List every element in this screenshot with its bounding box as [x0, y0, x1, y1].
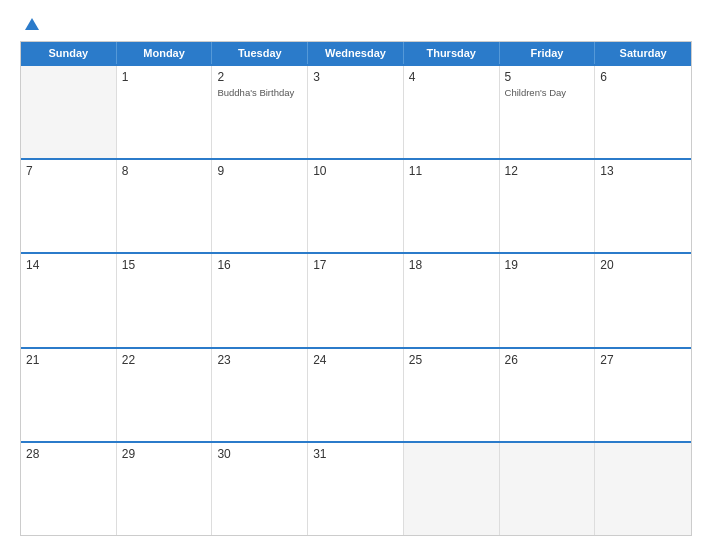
calendar-cell: 6	[595, 66, 691, 158]
day-of-week-header: Thursday	[404, 42, 500, 64]
calendar-cell: 17	[308, 254, 404, 346]
day-of-week-header: Monday	[117, 42, 213, 64]
calendar-cell: 16	[212, 254, 308, 346]
calendar-cell: 3	[308, 66, 404, 158]
calendar-cell: 4	[404, 66, 500, 158]
calendar-cell: 2Buddha's Birthday	[212, 66, 308, 158]
calendar-cell: 11	[404, 160, 500, 252]
calendar-week: 28293031	[21, 441, 691, 535]
day-number: 17	[313, 258, 398, 272]
day-of-week-header: Tuesday	[212, 42, 308, 64]
day-number: 3	[313, 70, 398, 84]
calendar-body: 12Buddha's Birthday345Children's Day6789…	[21, 64, 691, 535]
calendar-week: 78910111213	[21, 158, 691, 252]
calendar-cell	[500, 443, 596, 535]
day-number: 16	[217, 258, 302, 272]
day-number: 23	[217, 353, 302, 367]
calendar-cell: 22	[117, 349, 213, 441]
calendar-cell: 1	[117, 66, 213, 158]
calendar-cell	[404, 443, 500, 535]
header	[20, 18, 692, 31]
calendar-week: 21222324252627	[21, 347, 691, 441]
day-number: 31	[313, 447, 398, 461]
day-number: 22	[122, 353, 207, 367]
calendar-header: SundayMondayTuesdayWednesdayThursdayFrid…	[21, 42, 691, 64]
day-number: 21	[26, 353, 111, 367]
logo-triangle-icon	[25, 18, 39, 30]
calendar-cell: 10	[308, 160, 404, 252]
day-number: 8	[122, 164, 207, 178]
calendar-cell: 30	[212, 443, 308, 535]
day-of-week-header: Friday	[500, 42, 596, 64]
calendar-cell: 29	[117, 443, 213, 535]
calendar-cell: 27	[595, 349, 691, 441]
calendar-cell: 13	[595, 160, 691, 252]
logo	[20, 18, 39, 31]
day-number: 30	[217, 447, 302, 461]
calendar-cell: 21	[21, 349, 117, 441]
day-of-week-header: Wednesday	[308, 42, 404, 64]
day-number: 19	[505, 258, 590, 272]
page: SundayMondayTuesdayWednesdayThursdayFrid…	[0, 0, 712, 550]
calendar-week: 14151617181920	[21, 252, 691, 346]
day-of-week-header: Saturday	[595, 42, 691, 64]
calendar-cell	[21, 66, 117, 158]
day-number: 6	[600, 70, 686, 84]
day-of-week-header: Sunday	[21, 42, 117, 64]
day-number: 12	[505, 164, 590, 178]
calendar-cell: 19	[500, 254, 596, 346]
calendar-cell	[595, 443, 691, 535]
calendar-cell: 18	[404, 254, 500, 346]
day-number: 10	[313, 164, 398, 178]
calendar-cell: 12	[500, 160, 596, 252]
day-number: 29	[122, 447, 207, 461]
day-number: 9	[217, 164, 302, 178]
day-number: 11	[409, 164, 494, 178]
day-number: 2	[217, 70, 302, 84]
day-number: 5	[505, 70, 590, 84]
calendar-cell: 9	[212, 160, 308, 252]
day-number: 25	[409, 353, 494, 367]
day-number: 26	[505, 353, 590, 367]
day-number: 4	[409, 70, 494, 84]
day-number: 1	[122, 70, 207, 84]
day-number: 13	[600, 164, 686, 178]
calendar-cell: 14	[21, 254, 117, 346]
event-label: Children's Day	[505, 87, 590, 99]
day-number: 28	[26, 447, 111, 461]
calendar-cell: 20	[595, 254, 691, 346]
calendar-cell: 23	[212, 349, 308, 441]
calendar-cell: 26	[500, 349, 596, 441]
calendar: SundayMondayTuesdayWednesdayThursdayFrid…	[20, 41, 692, 536]
calendar-week: 12Buddha's Birthday345Children's Day6	[21, 64, 691, 158]
day-number: 27	[600, 353, 686, 367]
day-number: 24	[313, 353, 398, 367]
calendar-cell: 8	[117, 160, 213, 252]
calendar-cell: 15	[117, 254, 213, 346]
event-label: Buddha's Birthday	[217, 87, 302, 99]
logo-blue	[20, 18, 39, 31]
calendar-cell: 7	[21, 160, 117, 252]
day-number: 20	[600, 258, 686, 272]
day-number: 18	[409, 258, 494, 272]
calendar-cell: 25	[404, 349, 500, 441]
day-number: 14	[26, 258, 111, 272]
calendar-cell: 24	[308, 349, 404, 441]
day-number: 7	[26, 164, 111, 178]
calendar-cell: 28	[21, 443, 117, 535]
calendar-cell: 5Children's Day	[500, 66, 596, 158]
calendar-cell: 31	[308, 443, 404, 535]
day-number: 15	[122, 258, 207, 272]
